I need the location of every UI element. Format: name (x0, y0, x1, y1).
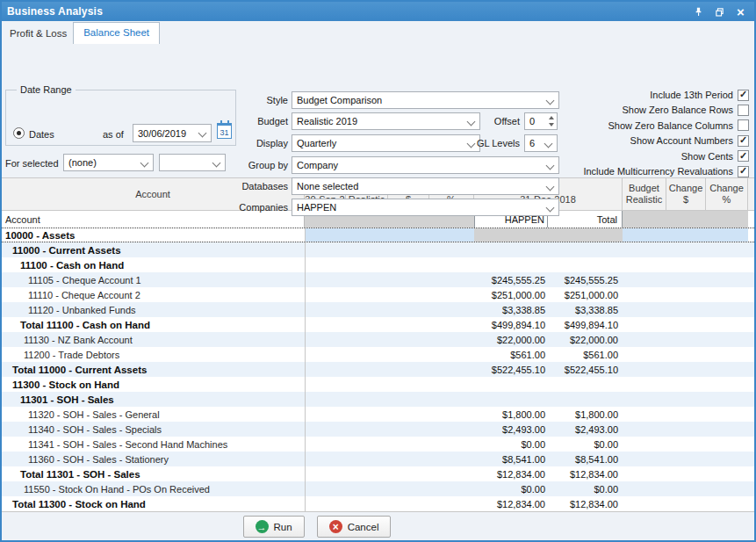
account-cell: Total 11100 - Cash on Hand (2, 317, 305, 332)
pin-icon[interactable] (692, 5, 705, 18)
companies-select[interactable]: HAPPEN (292, 199, 559, 216)
grid-row[interactable]: 10000 - Assets (2, 228, 754, 242)
style-select[interactable]: Budget Comparison (292, 91, 559, 109)
total-value-cell: $561.00 (548, 347, 623, 362)
row-spacer (623, 257, 748, 272)
run-button[interactable]: → Run (243, 516, 305, 538)
row-values: $499,894.10$499,894.10 (305, 317, 754, 332)
option-label: Show Zero Balance Columns (608, 120, 733, 131)
row-spacer (623, 272, 748, 287)
accounts-grid: AccountAs of 30-Sep-2Budget RealisticCha… (2, 177, 754, 512)
for-selected-select-1[interactable]: (none) (63, 154, 154, 171)
grid-row[interactable]: 11550 - Stock On Hand - POs On Received$… (2, 481, 754, 496)
display-select[interactable]: Quarterly (292, 134, 480, 152)
happen-value-cell: $2,493.00 (474, 422, 548, 437)
grid-row[interactable]: 11301 - SOH - Sales (2, 392, 754, 407)
option-checkbox-4[interactable] (738, 150, 749, 162)
row-spacer (306, 407, 474, 422)
option-checkbox-1[interactable] (738, 105, 749, 116)
row-filler (748, 302, 754, 317)
row-filler (748, 228, 754, 242)
stepper-arrows-icon[interactable] (549, 116, 554, 126)
total-value-cell: $0.00 (548, 437, 623, 452)
option-checkbox-5[interactable] (738, 166, 749, 177)
option-label: Show Account Numbers (630, 135, 733, 146)
grid-row[interactable]: 11341 - SOH - Sales - Second Hand Machin… (2, 437, 754, 452)
grid-row[interactable]: 11105 - Cheque Account 1$245,555.25$245,… (2, 272, 754, 287)
row-spacer (623, 347, 748, 362)
col-change-pct-2[interactable]: Change % (706, 178, 748, 211)
offset-stepper[interactable]: 0 (524, 112, 558, 130)
grid-row[interactable]: Total 11300 - Stock on Hand$12,834.00$12… (2, 496, 754, 511)
grid-row[interactable]: 11320 - SOH - Sales - General$1,800.00$1… (2, 407, 754, 422)
happen-value-cell (474, 377, 548, 392)
chevron-down-icon (198, 129, 207, 138)
grid-row[interactable]: 11120 - Unbanked Funds$3,338.85$3,338.85 (2, 302, 754, 317)
happen-value-cell (474, 392, 548, 407)
chevron-down-icon (544, 140, 553, 148)
row-spacer (306, 317, 474, 332)
grid-row[interactable]: 11360 - SOH - Sales - Stationery$8,541.0… (2, 452, 754, 466)
col-change-dollar-2[interactable]: Change $ (666, 178, 706, 211)
account-cell: 11110 - Cheque Account 2 (2, 287, 305, 302)
total-value-cell: $499,894.10 (548, 317, 623, 332)
date-range-label: Date Range (17, 84, 76, 95)
happen-value-cell: $0.00 (474, 437, 548, 452)
cancel-button[interactable]: × Cancel (317, 516, 392, 538)
chevron-down-icon (546, 97, 555, 105)
group-by-select[interactable]: Company (292, 156, 559, 174)
account-cell: 11100 - Cash on Hand (2, 257, 305, 272)
row-filler (748, 272, 754, 287)
row-filler (748, 392, 754, 407)
chevron-down-icon (546, 204, 555, 213)
tab-strip: Profit & Loss Balance Sheet (2, 21, 754, 44)
grid-row[interactable]: 11300 - Stock on Hand (2, 377, 754, 392)
grid-row[interactable]: 11110 - Cheque Account 2$251,000.00$251,… (2, 287, 754, 302)
happen-value-cell: $0.00 (474, 481, 548, 496)
row-spacer (306, 392, 474, 407)
close-icon[interactable]: × (734, 5, 747, 18)
grid-row[interactable]: 11200 - Trade Debtors$561.00$561.00 (2, 347, 754, 362)
happen-value-cell: $251,000.00 (474, 287, 548, 302)
for-selected-select-2[interactable] (159, 154, 226, 171)
tab-balance-sheet[interactable]: Balance Sheet (73, 22, 160, 44)
grid-row[interactable]: 11130 - NZ Bank Account$22,000.00$22,000… (2, 332, 754, 347)
style-value: Budget Comparison (297, 95, 382, 105)
as-of-date-select[interactable]: 30/06/2019 (133, 124, 212, 142)
col-budget-realistic-2[interactable]: Budget Realistic (623, 178, 666, 211)
dates-radio[interactable] (13, 127, 25, 139)
databases-select[interactable]: None selected (292, 177, 559, 195)
red-x-icon: × (329, 520, 342, 533)
row-spacer (623, 407, 748, 422)
account-cell: 11200 - Trade Debtors (2, 347, 305, 362)
total-value-cell: $3,338.85 (548, 302, 623, 317)
grid-row[interactable]: 11340 - SOH - Sales - Specials$2,493.00$… (2, 422, 754, 437)
row-spacer (306, 377, 474, 392)
gl-levels-select[interactable]: 6 (524, 134, 558, 152)
grid-row[interactable]: 11000 - Current Assets (2, 242, 754, 257)
option-checkbox-2[interactable] (738, 119, 749, 131)
grid-row[interactable]: 11100 - Cash on Hand (2, 257, 754, 272)
row-spacer (306, 228, 474, 242)
row-spacer (306, 437, 474, 452)
databases-value: None selected (297, 181, 358, 192)
header-filler (748, 178, 754, 211)
grid-row[interactable]: Total 11100 - Cash on Hand$499,894.10$49… (2, 317, 754, 332)
happen-value-cell: $8,541.00 (474, 452, 548, 466)
restore-icon[interactable] (713, 5, 726, 18)
companies-label: Companies (218, 202, 288, 213)
row-values: $8,541.00$8,541.00 (305, 452, 754, 466)
row-filler (748, 242, 754, 257)
budget-select[interactable]: Realistic 2019 (292, 112, 480, 130)
band-spacer (623, 211, 748, 228)
tab-profit-and-loss[interactable]: Profit & Loss (4, 24, 73, 44)
grid-row[interactable]: Total 11000 - Current Assets$522,455.10$… (2, 362, 754, 377)
row-values: $245,555.25$245,555.25 (305, 272, 754, 287)
titlebar[interactable]: Business Analysis × (2, 2, 754, 21)
grid-row[interactable]: Total 11301 - SOH - Sales$12,834.00$12,8… (2, 466, 754, 481)
row-filler (748, 377, 754, 392)
option-checkbox-3[interactable] (738, 135, 749, 147)
option-checkbox-0[interactable] (738, 90, 749, 101)
row-spacer (623, 287, 748, 302)
as-of-label: as of (103, 129, 124, 140)
